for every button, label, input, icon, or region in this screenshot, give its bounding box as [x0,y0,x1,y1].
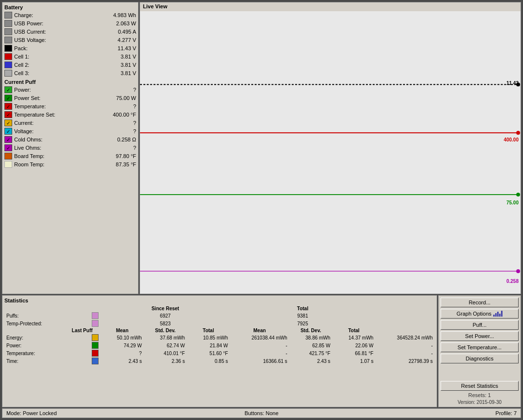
energy-total2: 364528.24 mWh [375,334,435,341]
temperature-set-checkbox[interactable] [4,111,12,118]
cell3-value: 3.81 V [107,70,136,76]
time-mean1: 2.36 s [144,357,187,365]
graph-options-button[interactable]: Graph Options [441,309,519,319]
usb-power-label: USB Power: [14,20,107,26]
energy-mean2: 38.86 mWh [289,334,332,341]
set-power-button[interactable]: Set Power... [441,331,519,341]
temp-stats-icon [92,350,99,357]
board-temp-value: 97.80 °F [107,153,136,159]
usb-power-value: 2.063 W [107,20,136,26]
set-temperature-button[interactable]: Set Temperature... [441,342,519,352]
temperature-stats-row: Temperature: ? 410.01 °F 51.60 °F - 421.… [4,349,435,357]
energy-total1: 261038.44 mWh [230,334,289,341]
time-std1: 0.85 s [187,357,230,365]
battery-charge-row: Charge: 4.983 Wh [4,11,136,19]
bottom-section: Statistics Since Reset Total Puffs: [2,295,521,407]
current-value: ? [107,120,136,126]
current-label: Current: [14,120,107,126]
pack-graph-label: 11.43 [506,80,519,86]
voltage-value: ? [107,128,136,134]
energy-label: Energy: [4,334,64,341]
power-set-graph-label: 75.00 [506,200,519,205]
time-stats-icon [92,358,99,364]
graph-area: 11.43 400.00 75.00 0.258 [140,11,521,294]
col-total2: Total [332,327,375,334]
temp-protected-icon [92,320,99,327]
temperature-row: Temperature: ? [4,102,136,110]
bar3 [497,312,499,317]
time-mean2: 2.43 s [289,357,332,365]
charge-swatch [4,12,12,19]
time-total1: 16366.61 s [230,357,289,365]
power-stats-icon [92,342,99,349]
voltage-checkbox[interactable] [4,128,12,135]
left-panel: Battery Charge: 4.983 Wh USB Power: 2.06… [2,2,139,294]
cell1-swatch [4,53,12,60]
power-value: ? [107,87,136,93]
temp-mean2: 421.75 °F [289,349,332,357]
graph-options-icon [493,311,503,317]
svg-point-3 [516,131,520,135]
temperature-checkbox[interactable] [4,103,12,110]
record-button[interactable]: Record... [441,298,519,307]
room-temp-swatch [4,161,12,168]
live-ohms-row: Live Ohms: ? [4,144,136,152]
temp-std2: 66.81 °F [332,349,375,357]
temp-total-value: 7925 [230,320,375,327]
temp-protected-label: Temp-Protected: [4,320,64,327]
cold-ohms-checkbox[interactable] [4,136,12,143]
cell2-label: Cell 2: [14,62,107,68]
reset-statistics-button[interactable]: Reset Statistics [441,381,519,391]
main-container: Battery Charge: 4.983 Wh USB Power: 2.06… [0,0,523,420]
temp-total1: - [230,349,289,357]
live-ohms-value: ? [107,145,136,151]
battery-usb-current-row: USB Current: 0.495 A [4,28,136,36]
power-set-row: Power Set: 75.00 W [4,94,136,102]
usb-current-swatch [4,28,12,35]
temp-std1: 51.60 °F [187,349,230,357]
temp-stats-label: Temperature: [4,349,64,357]
statistics-title: Statistics [4,298,435,303]
col-std1: Std. Dev. [144,327,187,334]
total-header: Total [230,305,375,312]
cell2-swatch [4,61,12,68]
energy-icon [92,334,99,341]
version-text: Version: 2015-09-30 [441,400,519,405]
cold-ohms-graph-label: 0.258 [506,279,519,284]
power-mean1: 62.74 W [144,341,187,349]
pack-checkbox[interactable] [4,45,12,52]
puffs-row: Puffs: 6927 9381 [4,312,435,320]
cold-ohms-label: Cold Ohms: [14,137,107,142]
temperature-set-row: Temperature Set: 400.00 °F [4,111,136,119]
bar5 [501,311,503,317]
current-checkbox[interactable] [4,120,12,126]
temperature-value: ? [107,103,136,109]
usb-voltage-swatch [4,37,12,43]
statistics-panel: Statistics Since Reset Total Puffs: [2,295,437,407]
battery-cell2-row: Cell 2: 3.81 V [4,61,136,69]
statistics-table: Since Reset Total Puffs: 6927 9381 Temp-… [4,305,435,365]
temp-protected-row: Temp-Protected: 5823 7925 [4,320,435,327]
power-set-label: Power Set: [14,95,107,101]
board-temp-label: Board Temp: [14,153,107,159]
cold-ohms-row: Cold Ohms: 0.258 Ω [4,136,136,143]
live-ohms-checkbox[interactable] [4,144,12,151]
time-stats-label: Time: [4,357,64,365]
diagnostics-button[interactable]: Diagnostics [441,354,519,363]
puffs-since-value: 6927 [101,312,230,320]
battery-usb-voltage-row: USB Voltage: 4.277 V [4,36,136,44]
power-set-checkbox[interactable] [4,95,12,101]
pack-value: 11.43 V [107,45,136,51]
time-last: 2.43 s [101,357,143,365]
col-headers-row: Last Puff Mean Std. Dev. Total Mean Std.… [4,327,435,334]
right-panel: Record... Graph Options Puff... Set Powe… [438,295,521,407]
usb-voltage-label: USB Voltage: [14,37,107,43]
power-mean2: 62.85 W [289,341,332,349]
power-checkbox[interactable] [4,86,12,93]
puff-button[interactable]: Puff... [441,320,519,330]
temp-mean1: 410.01 °F [144,349,187,357]
temp-set-graph-label: 400.00 [503,137,519,142]
current-puff-title: Current Puff [4,79,136,85]
power-std2: 22.06 W [332,341,375,349]
col-total1: Total [187,327,230,334]
